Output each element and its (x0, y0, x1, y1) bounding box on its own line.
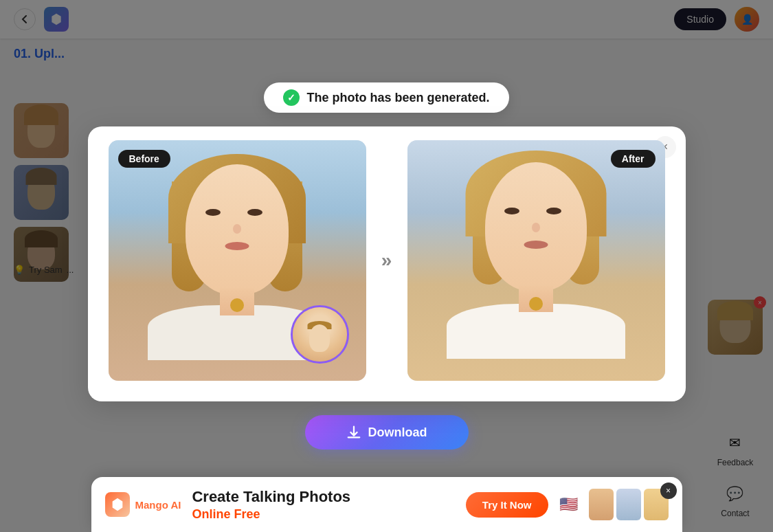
download-icon (346, 425, 361, 440)
ad-brand-text: Mango AI (135, 499, 181, 511)
ad-banner: × Mango AI Create Talking Photos Online … (91, 477, 682, 532)
before-badge: Before (118, 150, 170, 168)
after-portrait (407, 140, 665, 381)
success-message: The photo has been generated. (306, 91, 489, 105)
ad-subtitle: Online Free (192, 507, 454, 522)
before-after-panel: × Before (88, 126, 686, 401)
ad-text-content: Create Talking Photos Online Free (192, 488, 454, 522)
modal-overlay: ✓ The photo has been generated. × Before (0, 0, 773, 532)
before-image-container: Before (109, 140, 366, 381)
ad-logo-icon (105, 492, 130, 517)
ad-logo: Mango AI (105, 492, 181, 517)
success-check-icon: ✓ (283, 89, 300, 106)
comparison-arrow: » (366, 250, 407, 271)
ad-close-button[interactable]: × (660, 483, 677, 499)
success-notification: ✓ The photo has been generated. (264, 82, 508, 113)
download-button[interactable]: Download (305, 415, 469, 450)
ad-cta-button[interactable]: Try It Now (466, 492, 548, 518)
ad-title: Create Talking Photos (192, 488, 454, 506)
ad-preview-1 (589, 489, 614, 520)
ad-preview-images (589, 489, 669, 520)
download-label: Download (368, 425, 427, 440)
ad-logo-name: Mango AI (135, 499, 181, 511)
before-portrait (109, 140, 366, 381)
after-image-container: After (407, 140, 665, 381)
result-modal: ✓ The photo has been generated. × Before (88, 82, 686, 450)
flag-icon: 🇺🇸 (559, 496, 578, 513)
ad-preview-2 (616, 489, 641, 520)
after-badge: After (611, 150, 656, 168)
